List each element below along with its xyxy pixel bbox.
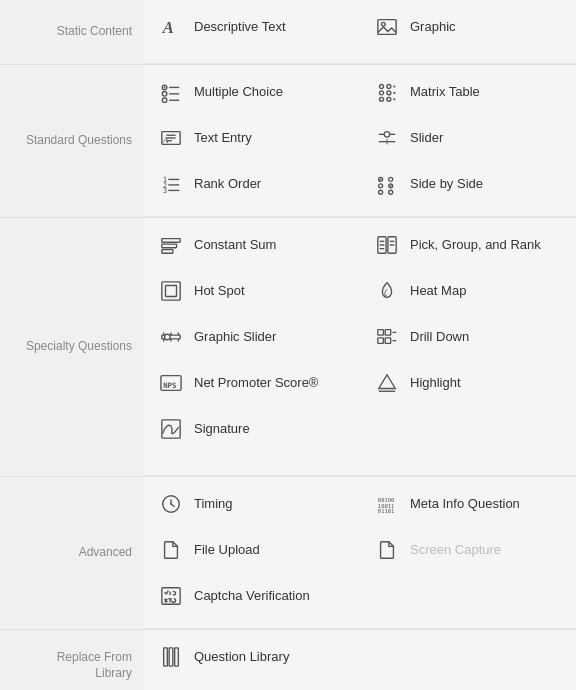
matrix-icon xyxy=(374,79,400,105)
svg-rect-62 xyxy=(378,330,384,336)
svg-point-17 xyxy=(387,97,391,101)
captcha-icon xyxy=(158,583,184,609)
item-graphic[interactable]: Graphic xyxy=(360,4,576,50)
section-static: Static Content A Descriptive Text xyxy=(0,0,576,64)
item-question-library[interactable]: Question Library xyxy=(144,634,360,680)
item-file-upload[interactable]: File Upload xyxy=(144,527,360,573)
svg-rect-44 xyxy=(162,250,173,254)
item-label-rank-order: Rank Order xyxy=(194,176,261,192)
item-label-slider: Slider xyxy=(410,130,443,146)
svg-point-40 xyxy=(379,190,383,194)
radio-list-icon xyxy=(158,79,184,105)
sidebar-label-static: Static Content xyxy=(0,0,144,64)
question-library-icon xyxy=(158,644,184,670)
svg-rect-52 xyxy=(162,282,180,300)
hot-spot-icon xyxy=(158,278,184,304)
svg-point-8 xyxy=(162,98,167,103)
item-label-constant-sum: Constant Sum xyxy=(194,237,276,253)
item-side-by-side[interactable]: Side by Side xyxy=(360,161,576,207)
svg-rect-43 xyxy=(162,244,177,248)
svg-rect-90 xyxy=(175,648,179,666)
svg-point-16 xyxy=(379,97,383,101)
item-net-promoter[interactable]: NPS Net Promoter Score® xyxy=(144,360,360,406)
item-constant-sum[interactable]: Constant Sum xyxy=(144,222,360,268)
slider-icon xyxy=(374,125,400,151)
svg-rect-64 xyxy=(378,338,384,344)
svg-point-36 xyxy=(389,177,393,181)
svg-point-6 xyxy=(162,92,167,97)
svg-point-11 xyxy=(387,84,391,88)
item-label-question-library: Question Library xyxy=(194,649,289,665)
svg-rect-42 xyxy=(162,239,180,243)
svg-point-25 xyxy=(384,132,390,138)
svg-point-76 xyxy=(170,503,172,505)
item-timing[interactable]: Timing xyxy=(144,481,360,527)
item-hot-spot[interactable]: Hot Spot xyxy=(144,268,360,314)
item-label-matrix-table: Matrix Table xyxy=(410,84,480,100)
svg-point-13 xyxy=(379,91,383,95)
svg-point-12 xyxy=(393,85,395,87)
svg-text:A: A xyxy=(162,18,174,37)
section-advanced: Advanced Timing xyxy=(0,476,576,629)
item-label-signature: Signature xyxy=(194,421,250,437)
item-highlight[interactable]: Highlight xyxy=(360,360,576,406)
content-standard: Multiple Choice xyxy=(144,65,576,217)
svg-point-41 xyxy=(389,190,393,194)
svg-point-37 xyxy=(379,184,383,188)
item-rank-order[interactable]: 1 2 3 Rank Order xyxy=(144,161,360,207)
item-label-side-by-side: Side by Side xyxy=(410,176,483,192)
constant-sum-icon xyxy=(158,232,184,258)
svg-point-39 xyxy=(390,185,392,187)
svg-point-55 xyxy=(165,334,171,340)
item-graphic-slider[interactable]: Graphic Slider xyxy=(144,314,360,360)
svg-rect-1 xyxy=(378,20,396,35)
item-multiple-choice[interactable]: Multiple Choice xyxy=(144,69,360,115)
drill-down-icon xyxy=(374,324,400,350)
item-screen-capture: Screen Capture xyxy=(360,527,576,573)
item-descriptive-text[interactable]: A Descriptive Text xyxy=(144,4,360,50)
item-drill-down[interactable]: Drill Down xyxy=(360,314,576,360)
item-label-pick-group-rank: Pick, Group, and Rank xyxy=(410,237,541,253)
item-label-meta-info: Meta Info Question xyxy=(410,496,520,512)
item-label-highlight: Highlight xyxy=(410,375,461,391)
svg-point-10 xyxy=(379,84,383,88)
svg-rect-63 xyxy=(385,330,391,336)
item-meta-info[interactable]: 00100 10011 01101 Meta Info Question xyxy=(360,481,576,527)
item-label-heat-map: Heat Map xyxy=(410,283,466,299)
item-pick-group-rank[interactable]: Pick, Group, and Rank xyxy=(360,222,576,268)
svg-point-35 xyxy=(380,179,382,181)
svg-text:01101: 01101 xyxy=(378,508,395,514)
svg-text:3: 3 xyxy=(163,186,167,195)
svg-rect-65 xyxy=(385,338,391,344)
item-heat-map[interactable]: Heat Map xyxy=(360,268,576,314)
svg-point-14 xyxy=(387,91,391,95)
item-captcha[interactable]: Captcha Verification xyxy=(144,573,360,619)
svg-rect-53 xyxy=(166,286,177,297)
item-label-captcha: Captcha Verification xyxy=(194,588,310,604)
item-label-hot-spot: Hot Spot xyxy=(194,283,245,299)
sidebar-label-standard: Standard Questions xyxy=(0,65,144,217)
item-matrix-table[interactable]: Matrix Table xyxy=(360,69,576,115)
pick-group-icon xyxy=(374,232,400,258)
item-label-file-upload: File Upload xyxy=(194,542,260,558)
rank-icon: 1 2 3 xyxy=(158,171,184,197)
svg-text:NPS: NPS xyxy=(163,381,176,390)
item-label-text-entry: Text Entry xyxy=(194,130,252,146)
nps-icon: NPS xyxy=(158,370,184,396)
svg-point-15 xyxy=(393,92,395,94)
svg-rect-89 xyxy=(169,648,173,666)
signature-icon xyxy=(158,416,184,442)
graphic-slider-icon xyxy=(158,324,184,350)
item-label-screen-capture: Screen Capture xyxy=(410,542,501,558)
item-slider[interactable]: Slider xyxy=(360,115,576,161)
section-replace: Replace From Library Question Library xyxy=(0,629,576,690)
meta-info-icon: 00100 10011 01101 xyxy=(374,491,400,517)
section-standard: Standard Questions xyxy=(0,64,576,217)
svg-point-4 xyxy=(164,87,166,89)
content-replace: Question Library xyxy=(144,630,576,690)
text-entry-icon: A xyxy=(158,125,184,151)
section-specialty: Specialty Questions Constant Sum xyxy=(0,217,576,476)
item-signature[interactable]: Signature xyxy=(144,406,360,452)
svg-marker-70 xyxy=(379,375,396,389)
item-text-entry[interactable]: A Text Entry xyxy=(144,115,360,161)
